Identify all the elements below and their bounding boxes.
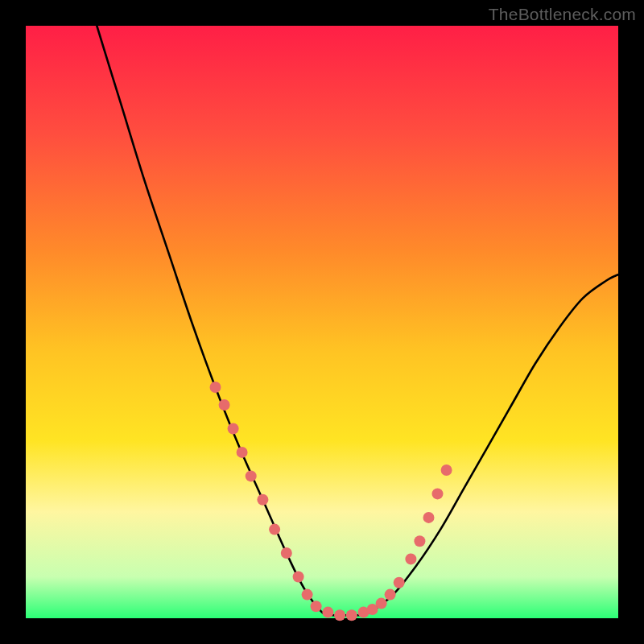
marker-dot <box>311 601 322 612</box>
marker-dot <box>269 524 280 535</box>
attribution-text: TheBottleneck.com <box>489 5 636 24</box>
marker-dot <box>293 572 304 583</box>
marker-dot <box>210 382 221 393</box>
gradient-plot-area <box>26 26 618 618</box>
marker-dot <box>346 609 357 621</box>
bottleneck-curve <box>97 26 618 616</box>
marker-dot <box>405 553 416 564</box>
marker-dot <box>219 399 230 411</box>
marker-dot <box>394 577 405 588</box>
marker-dot <box>376 598 387 609</box>
marker-dot <box>441 464 452 476</box>
marker-dot <box>228 423 239 435</box>
outer-frame: TheBottleneck.com <box>0 0 644 644</box>
marker-dot <box>257 494 268 506</box>
marker-dot <box>237 447 248 458</box>
curve-markers <box>210 382 452 621</box>
marker-dot <box>322 607 333 618</box>
curve-layer <box>26 26 618 618</box>
marker-dot <box>414 535 425 547</box>
marker-dot <box>334 609 345 621</box>
marker-dot <box>432 488 444 499</box>
marker-dot <box>423 512 435 523</box>
marker-dot <box>302 589 313 601</box>
marker-dot <box>246 470 257 481</box>
marker-dot <box>281 547 292 559</box>
marker-dot <box>385 589 396 601</box>
